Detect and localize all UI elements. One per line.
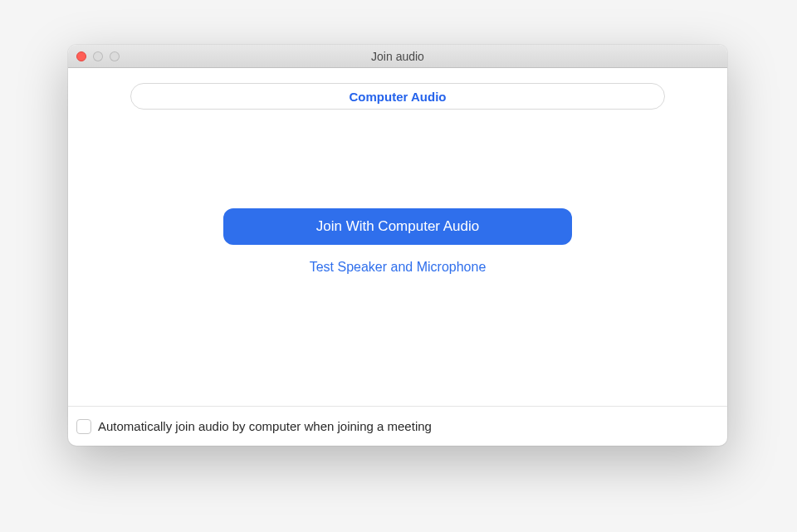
window-title: Join audio	[68, 50, 727, 63]
close-icon[interactable]	[76, 51, 86, 61]
tab-computer-audio[interactable]: Computer Audio	[130, 83, 665, 110]
maximize-icon[interactable]	[110, 51, 120, 61]
minimize-icon[interactable]	[93, 51, 103, 61]
titlebar: Join audio	[68, 45, 727, 68]
auto-join-audio-checkbox[interactable]	[76, 419, 91, 434]
auto-join-audio-label[interactable]: Automatically join audio by computer whe…	[98, 419, 432, 433]
center-area: Join With Computer Audio Test Speaker an…	[223, 110, 572, 406]
join-audio-window: Join audio Computer Audio Join With Comp…	[68, 45, 727, 446]
window-controls	[76, 51, 120, 61]
tab-label: Computer Audio	[350, 90, 447, 104]
join-with-computer-audio-button[interactable]: Join With Computer Audio	[223, 208, 572, 245]
content-area: Computer Audio Join With Computer Audio …	[68, 68, 727, 406]
footer: Automatically join audio by computer whe…	[68, 406, 727, 446]
test-speaker-microphone-link[interactable]: Test Speaker and Microphone	[310, 260, 487, 275]
